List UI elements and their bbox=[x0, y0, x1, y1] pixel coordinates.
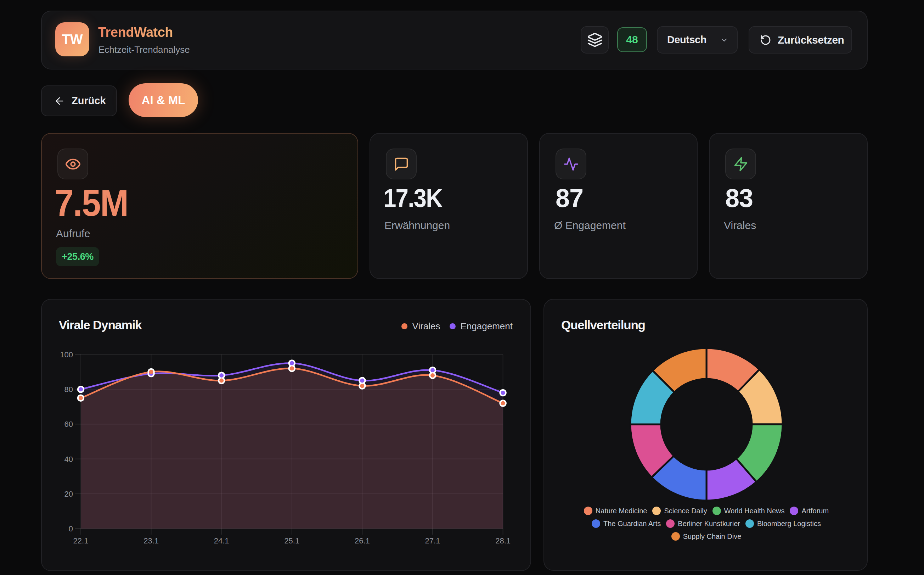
svg-text:20: 20 bbox=[65, 489, 73, 499]
svg-text:25.1: 25.1 bbox=[284, 536, 300, 545]
svg-text:22.1: 22.1 bbox=[73, 536, 89, 545]
svg-text:100: 100 bbox=[60, 350, 73, 359]
svg-text:23.1: 23.1 bbox=[144, 536, 159, 545]
svg-text:0: 0 bbox=[69, 524, 73, 533]
svg-text:26.1: 26.1 bbox=[355, 536, 370, 545]
svg-text:24.1: 24.1 bbox=[214, 536, 229, 545]
svg-text:80: 80 bbox=[65, 385, 73, 394]
svg-text:28.1: 28.1 bbox=[495, 536, 510, 545]
svg-text:27.1: 27.1 bbox=[425, 536, 441, 545]
svg-text:60: 60 bbox=[65, 420, 73, 429]
svg-text:40: 40 bbox=[65, 455, 73, 464]
